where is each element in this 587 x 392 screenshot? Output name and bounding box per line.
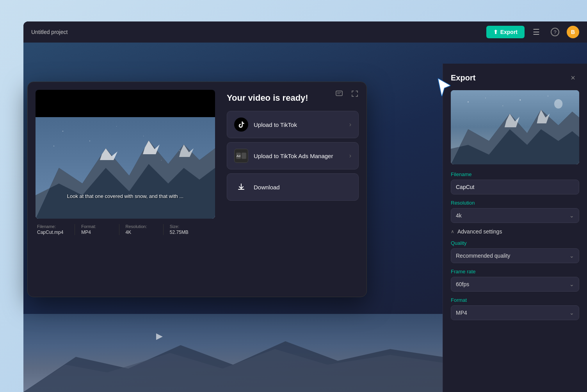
top-bar-actions: ⬆ Export ☰ ? B xyxy=(486,25,579,39)
svg-point-21 xyxy=(485,98,486,98)
svg-point-20 xyxy=(468,102,469,103)
video-background: Look at that one covered with snow, and … xyxy=(36,90,215,219)
avatar-initial: B xyxy=(571,29,575,35)
svg-rect-2 xyxy=(336,91,342,96)
download-icon xyxy=(234,180,248,194)
upload-tiktok-button[interactable]: Upload to TikTok › xyxy=(227,111,359,138)
size-label: Size: xyxy=(170,224,201,229)
resolution-label: Resolution: xyxy=(126,224,157,229)
resolution-chevron-icon: ⌄ xyxy=(569,212,574,219)
help-button[interactable]: ? xyxy=(548,25,562,39)
format-info: Format: MP4 xyxy=(81,224,119,235)
menu-icon: ☰ xyxy=(533,27,540,37)
tiktok-icon xyxy=(234,118,248,132)
filename-input[interactable] xyxy=(451,180,579,194)
export-modal: Look at that one covered with snow, and … xyxy=(27,82,367,297)
comment-icon-button[interactable] xyxy=(333,87,345,100)
filename-value: CapCut.mp4 xyxy=(37,230,68,235)
content-area: ▶ xyxy=(23,43,587,392)
quality-select[interactable]: Recommended quality ⌄ xyxy=(451,248,579,263)
video-preview: Look at that one covered with snow, and … xyxy=(36,90,215,219)
format-select-value: MP4 xyxy=(456,310,467,316)
export-button[interactable]: ⬆ Export xyxy=(486,26,525,38)
advanced-settings-toggle[interactable]: ∧ Advanced settings xyxy=(451,228,579,235)
resolution-select-value: 4k xyxy=(456,212,462,219)
svg-text:Ad: Ad xyxy=(237,154,240,158)
avatar-button[interactable]: B xyxy=(567,26,579,38)
content-play-button[interactable]: ▶ xyxy=(156,331,163,341)
tiktok-chevron-icon: › xyxy=(349,121,351,128)
export-panel: Export × xyxy=(443,64,587,392)
panel-mountain-svg xyxy=(451,90,579,164)
size-info: Size: 52.75MB xyxy=(170,224,207,235)
resolution-select[interactable]: 4k ⌄ xyxy=(451,208,579,223)
upload-tiktok-ads-label: Upload to TikTok Ads Manager xyxy=(254,153,333,159)
svg-point-19 xyxy=(554,99,562,109)
framerate-select[interactable]: 60fps ⌄ xyxy=(451,277,579,292)
resolution-field-label: Resolution xyxy=(451,200,579,206)
quality-chevron-icon: ⌄ xyxy=(569,253,574,259)
download-button[interactable]: Download xyxy=(227,173,359,201)
video-black-top xyxy=(36,90,215,121)
modal-top-icons xyxy=(333,87,361,100)
advanced-settings-label: Advanced settings xyxy=(457,228,502,235)
export-panel-header: Export × xyxy=(451,71,579,84)
subtitle-text: Look at that one covered with snow, and … xyxy=(36,193,215,199)
filename-info: Filename: CapCut.mp4 xyxy=(37,224,75,235)
modal-body: Look at that one covered with snow, and … xyxy=(28,82,366,297)
format-label: Format: xyxy=(81,224,112,229)
export-panel-title: Export xyxy=(451,73,475,82)
format-select[interactable]: MP4 ⌄ xyxy=(451,305,579,320)
format-chevron-icon: ⌄ xyxy=(569,310,574,316)
svg-point-24 xyxy=(502,105,503,106)
video-section: Look at that one covered with snow, and … xyxy=(36,90,215,289)
export-options: Your video is ready! Upload to TikTok › xyxy=(227,90,359,289)
mountain-svg xyxy=(36,117,215,219)
framerate-select-value: 60fps xyxy=(456,281,469,287)
file-info: Filename: CapCut.mp4 Format: MP4 Resolut… xyxy=(36,219,215,237)
upload-tiktok-ads-button[interactable]: Ad Upload to TikTok Ads Manager › xyxy=(227,142,359,169)
framerate-chevron-icon: ⌄ xyxy=(569,281,574,287)
help-icon: ? xyxy=(551,28,559,36)
quality-field-label: Quality xyxy=(451,240,579,246)
format-field-label: Format xyxy=(451,297,579,303)
filename-field-label: Filename xyxy=(451,171,579,177)
project-title: Untitled project xyxy=(31,29,68,35)
export-upload-icon: ⬆ xyxy=(493,29,498,35)
app-window: Untitled project ⬆ Export ☰ ? B xyxy=(23,21,587,392)
quality-select-value: Recommended quality xyxy=(456,253,510,259)
panel-thumbnail xyxy=(451,90,579,164)
resolution-info: Resolution: 4K xyxy=(126,224,164,235)
format-value: MP4 xyxy=(81,230,112,235)
export-button-label: Export xyxy=(500,29,518,35)
filename-label: Filename: xyxy=(37,224,68,229)
size-value: 52.75MB xyxy=(170,230,201,235)
close-icon: × xyxy=(571,73,575,82)
menu-button[interactable]: ☰ xyxy=(529,25,543,39)
bg-video-strip xyxy=(23,314,443,392)
svg-point-23 xyxy=(548,96,548,96)
svg-rect-12 xyxy=(242,153,246,159)
download-label: Download xyxy=(254,184,280,191)
tiktok-ads-icon: Ad xyxy=(234,149,248,163)
upload-tiktok-label: Upload to TikTok xyxy=(254,121,297,128)
framerate-field-label: Frame rate xyxy=(451,269,579,274)
close-panel-button[interactable]: × xyxy=(567,71,579,84)
advanced-chevron-up-icon: ∧ xyxy=(451,229,454,234)
top-bar: Untitled project ⬆ Export ☰ ? B xyxy=(23,21,587,43)
tiktok-ads-chevron-icon: › xyxy=(349,152,351,159)
svg-point-22 xyxy=(520,100,521,101)
fullscreen-icon-button[interactable] xyxy=(349,87,361,100)
resolution-value: 4K xyxy=(126,230,157,235)
